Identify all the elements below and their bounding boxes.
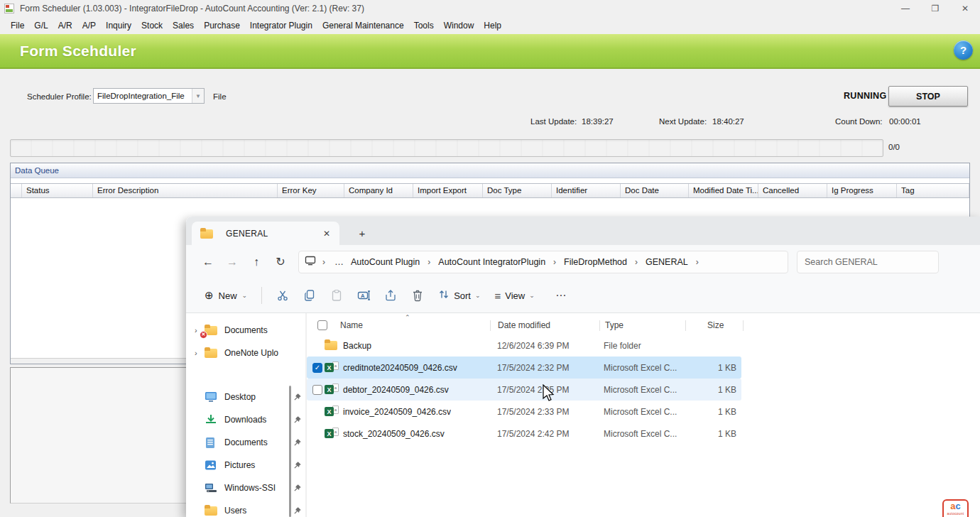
back-icon[interactable]: ←: [196, 251, 220, 273]
close-tab-icon[interactable]: ✕: [320, 227, 334, 241]
menu-item-stock[interactable]: Stock: [136, 18, 168, 33]
explorer-tab-general[interactable]: GENERAL ✕: [192, 222, 339, 245]
file-date-modified: 17/5/2024 2:42 PM: [490, 429, 599, 439]
data-queue-header: Data Queue: [11, 163, 969, 178]
more-options-icon[interactable]: ⋯: [548, 283, 575, 308]
column-header-ig-progress[interactable]: Ig Progress: [827, 184, 897, 197]
up-icon[interactable]: ↑: [244, 251, 268, 273]
window-title: Form Scheduler (1.03.003) - IntegratorFi…: [20, 4, 364, 13]
close-icon[interactable]: ✕: [950, 0, 980, 17]
chevron-down-icon[interactable]: ▼: [192, 89, 204, 103]
column-header-size[interactable]: Size: [686, 320, 743, 330]
column-header-identifier[interactable]: Identifier: [552, 184, 621, 197]
view-button[interactable]: ≡ View ⌄: [488, 285, 542, 307]
file-checkbox-checked[interactable]: ✓: [312, 363, 322, 373]
file-type: Microsoft Excel C...: [599, 429, 684, 439]
menu-item-a-r[interactable]: A/R: [53, 18, 77, 33]
refresh-icon[interactable]: ↻: [268, 251, 293, 273]
folder-icon: ✕: [205, 325, 218, 337]
column-header-doc-type[interactable]: Doc Type: [483, 184, 552, 197]
file-row-backup[interactable]: Backup12/6/2024 6:39 PMFile folder: [307, 334, 741, 357]
menu-item-help[interactable]: Help: [479, 18, 506, 33]
file-size: 1 KB: [684, 363, 741, 373]
data-queue-column-headers: StatusError DescriptionError KeyCompany …: [11, 183, 969, 198]
breadcrumb-item-filedropmethod[interactable]: FileDropMethod: [561, 256, 630, 268]
menu-item-purchase[interactable]: Purchase: [199, 18, 245, 33]
select-all-checkbox[interactable]: [317, 320, 327, 330]
file-type: Microsoft Excel C...: [599, 385, 684, 395]
help-icon[interactable]: ?: [954, 40, 973, 60]
file-explorer-window: GENERAL ✕ + ← → ↑ ↻ › … AutoCount Plugin…: [186, 217, 980, 517]
breadcrumb-item-general[interactable]: GENERAL: [643, 256, 691, 268]
pin-icon: [293, 483, 303, 493]
progress-bar: [10, 139, 883, 157]
data-queue-gap: [11, 178, 969, 183]
column-header-status[interactable]: Status: [22, 184, 93, 197]
menu-item-sales[interactable]: Sales: [168, 18, 199, 33]
column-header-type[interactable]: Type: [600, 320, 685, 330]
menu-item-general-maintenance[interactable]: General Maintenance: [317, 18, 409, 33]
folder-icon: [325, 339, 339, 352]
rename-button[interactable]: A: [350, 283, 377, 308]
sidebar-item-downloads[interactable]: Downloads: [186, 408, 305, 431]
sidebar-item-windows-ssi[interactable]: Windows-SSI: [186, 477, 305, 499]
column-header-company-id[interactable]: Company Id: [344, 184, 413, 197]
column-header-modified-date-ti[interactable]: Modified Date Ti...: [689, 184, 758, 197]
menu-item-tools[interactable]: Tools: [409, 18, 439, 33]
tree-chevron-icon[interactable]: ›: [195, 349, 205, 357]
sidebar-item-pictures[interactable]: Pictures: [186, 454, 305, 477]
column-header-name[interactable]: Name: [307, 320, 490, 330]
sort-button[interactable]: Sort ⌄: [431, 284, 487, 307]
file-row-invoice-20240509-0426-csv[interactable]: aXinvoice_20240509_0426.csv17/5/2024 2:3…: [307, 401, 741, 423]
new-button[interactable]: ⊕ New ⌄: [197, 284, 254, 307]
menu-item-g-l[interactable]: G/L: [29, 18, 53, 33]
scheduler-profile-label: Scheduler Profile:: [27, 92, 92, 101]
file-size: 1 KB: [684, 385, 741, 395]
file-row-stock-20240509-0426-csv[interactable]: aXstock_20240509_0426.csv17/5/2024 2:42 …: [307, 423, 741, 445]
column-header-date-modified[interactable]: Date modified: [491, 320, 599, 330]
minimize-icon[interactable]: —: [891, 0, 920, 17]
column-header-error-description[interactable]: Error Description: [93, 184, 278, 197]
breadcrumb-overflow[interactable]: …: [330, 256, 348, 267]
menu-item-a-p[interactable]: A/P: [77, 18, 101, 33]
sidebar-item-documents[interactable]: ›✕Documents: [186, 319, 305, 342]
file-name-cell: aXinvoice_20240509_0426.csv: [307, 406, 490, 418]
column-separator[interactable]: [743, 320, 744, 331]
delete-button[interactable]: [404, 283, 431, 308]
autocount-logo-text: autocount: [944, 511, 967, 516]
window-titlebar: Form Scheduler (1.03.003) - IntegratorFi…: [0, 0, 980, 17]
sidebar-section-gap: [186, 364, 305, 386]
breadcrumb-item-autocount-integratorplugin[interactable]: AutoCount IntegratorPlugin: [435, 256, 548, 268]
menu-item-inquiry[interactable]: Inquiry: [101, 18, 136, 33]
column-header-cancelled[interactable]: Cancelled: [758, 184, 827, 197]
sidebar-item-users[interactable]: Users: [186, 499, 305, 517]
address-box[interactable]: › … AutoCount Plugin›AutoCount Integrato…: [298, 251, 788, 273]
file-row-debtor-20240509-0426-csv[interactable]: aXdebtor_20240509_0426.csv17/5/2024 2:35…: [307, 379, 741, 401]
new-tab-button[interactable]: +: [352, 223, 372, 243]
paste-button[interactable]: [323, 283, 350, 308]
file-row-creditnote20240509-0426-csv[interactable]: ✓aXcreditnote20240509_0426.csv17/5/2024 …: [307, 357, 741, 379]
menu-item-file[interactable]: File: [6, 18, 29, 33]
menu-item-integrator-plugin[interactable]: Integrator Plugin: [245, 18, 317, 33]
menu-item-window[interactable]: Window: [439, 18, 479, 33]
breadcrumb-item-autocount-plugin[interactable]: AutoCount Plugin: [348, 256, 423, 268]
forward-icon[interactable]: →: [220, 251, 244, 273]
column-header-doc-date[interactable]: Doc Date: [621, 184, 689, 197]
column-header-error-key[interactable]: Error Key: [278, 184, 344, 197]
chevron-down-icon: ⌄: [475, 292, 481, 299]
column-header-tag[interactable]: Tag: [897, 184, 969, 197]
search-input[interactable]: Search GENERAL: [797, 251, 939, 273]
sidebar-item-desktop[interactable]: Desktop: [186, 386, 305, 408]
sidebar-item-documents[interactable]: Documents: [186, 431, 305, 454]
file-list-header: NameDate modifiedTypeSize: [307, 316, 980, 334]
file-checkbox[interactable]: [312, 385, 322, 395]
copy-button[interactable]: [296, 283, 323, 308]
share-button[interactable]: [377, 283, 404, 308]
sidebar-item-onenote-uplo[interactable]: ›OneNote Uplo: [186, 342, 305, 364]
cut-button[interactable]: [269, 283, 296, 308]
column-header-icon[interactable]: [11, 184, 22, 197]
maximize-icon[interactable]: ❐: [920, 0, 950, 17]
column-header-import-export[interactable]: Import Export: [413, 184, 483, 197]
stop-button[interactable]: STOP: [888, 86, 968, 107]
scheduler-profile-select[interactable]: FileDropIntegration_File ▼: [93, 88, 205, 104]
